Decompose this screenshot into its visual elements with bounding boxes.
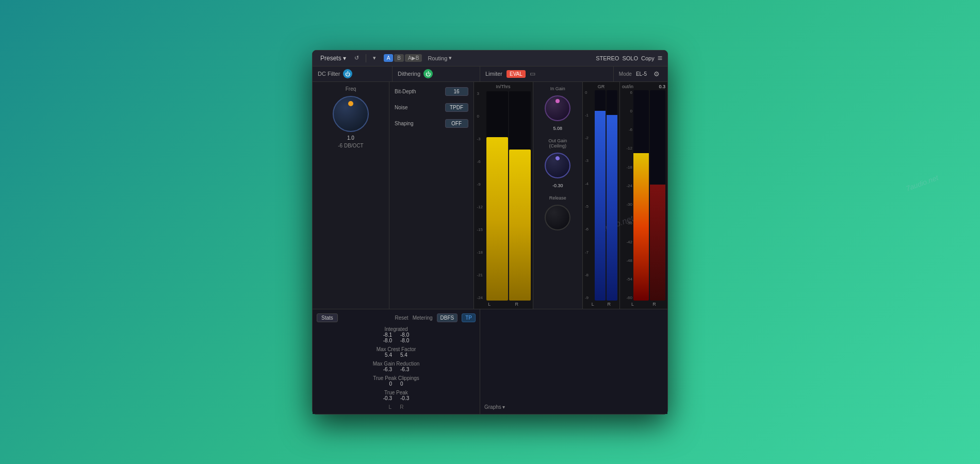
- shaping-label: Shaping: [395, 121, 445, 126]
- main-content: Freq 1.0 -6 DB/OCT Bit-Depth 16 Noise TP…: [313, 82, 667, 309]
- in-gain-knob-dot: [556, 99, 560, 103]
- integrated-row: Integrated -8.1 -8.0 -8.0 -8.0: [317, 326, 476, 343]
- dc-filter-knob-body[interactable]: [333, 96, 369, 132]
- integrated-r: -8.0: [400, 338, 409, 343]
- meter-bar-r: [509, 91, 531, 301]
- true-peak-row: True Peak -0.3 -0.3: [317, 390, 476, 401]
- true-peak-clip-l: 0: [389, 381, 392, 387]
- meter-r-label: R: [515, 302, 519, 307]
- noise-button[interactable]: TPDF: [445, 103, 468, 112]
- gr-r-label: R: [608, 302, 611, 307]
- dc-filter-knob-value: 1.0: [347, 135, 354, 141]
- true-peak-values: -0.3 -0.3: [383, 395, 409, 401]
- integrated-l: -8.0: [383, 338, 392, 343]
- reset-button[interactable]: ↺: [352, 54, 362, 62]
- copy-label[interactable]: Copy: [641, 55, 655, 61]
- meter-header: In/Thrs: [476, 84, 531, 89]
- true-peak-clip-label: True Peak Clippings: [373, 375, 419, 381]
- outin-fill-l: [633, 153, 649, 301]
- outin-footer: L R: [622, 302, 665, 307]
- reset-icon: ▭: [530, 70, 535, 77]
- stereo-label[interactable]: STEREO: [596, 55, 619, 61]
- extra-dropdown-button[interactable]: ▾: [370, 54, 379, 62]
- gr-bar-l: [595, 90, 606, 301]
- bottom-graphs-area: Graphs ▾: [480, 309, 667, 414]
- limiter-label: Limiter: [485, 71, 502, 77]
- meter-fill-l: [486, 137, 508, 301]
- mode-value[interactable]: EL-5: [636, 71, 647, 77]
- meter-l-label: L: [488, 302, 491, 307]
- metering-label: Metering: [413, 315, 433, 321]
- gr-scale: 0 -1 -2 -3 -4 -5 -6 -7 -8 -9: [585, 90, 593, 301]
- out-gain-value: -0.30: [552, 183, 563, 188]
- gr-bars: 0 -1 -2 -3 -4 -5 -6 -7 -8 -9: [585, 90, 617, 301]
- a-button[interactable]: A: [384, 54, 394, 62]
- outin-label: out/in: [622, 84, 633, 89]
- reset-label[interactable]: Reset: [342, 315, 409, 321]
- outin-value: 0.3: [659, 84, 665, 89]
- max-crest-values: 5.4 5.4: [385, 352, 407, 358]
- outin-bars: 6 0 -6 -12 -18 -24 -30 -36 -42 -48 -54 -…: [622, 90, 665, 301]
- dc-filter-power-button[interactable]: ⏻: [343, 69, 352, 78]
- ab-button[interactable]: A▶B: [405, 54, 422, 62]
- integrated-r2: -8.0: [400, 332, 409, 338]
- dithering-header: Dithering ⏻: [393, 67, 480, 81]
- integrated-values: -8.1 -8.0: [383, 332, 409, 338]
- in-gain-knob[interactable]: [545, 95, 570, 121]
- plugin-window: Presets ▾ ↺ ▾ A B A▶B Routing ▾ STEREO S…: [312, 50, 668, 415]
- lr-r-label: R: [400, 404, 403, 410]
- meter-bars-group: [486, 91, 531, 301]
- meter-footer: L R: [476, 302, 531, 307]
- out-gain-label: Out Gain(Ceiling): [548, 138, 567, 148]
- menu-button[interactable]: ≡: [658, 54, 662, 62]
- true-peak-l: -0.3: [383, 395, 392, 401]
- bit-depth-button[interactable]: 16: [445, 87, 468, 96]
- outin-r-label: R: [652, 302, 656, 307]
- limiter-header: Limiter EVAL ▭: [480, 67, 614, 81]
- out-gain-knob-dot: [555, 155, 560, 160]
- out-gain-knob[interactable]: [545, 153, 570, 178]
- in-gain-value: 5.08: [553, 126, 563, 131]
- routing-dropdown-icon: ▾: [449, 55, 452, 61]
- true-peak-clip-values: 0 0: [389, 381, 403, 387]
- solo-label[interactable]: SOLO: [622, 55, 638, 61]
- max-crest-l: 5.4: [385, 352, 392, 358]
- release-label: Release: [549, 195, 566, 201]
- separator-1: [366, 54, 366, 62]
- max-crest-row: Max Crest Factor 5.4 5.4: [317, 346, 476, 358]
- integrated-values2: -8.0 -8.0: [383, 338, 409, 343]
- watermark-2: 7audio.net: [905, 173, 939, 192]
- release-knob[interactable]: [545, 205, 570, 230]
- b-button[interactable]: B: [394, 54, 404, 62]
- dc-filter-knob[interactable]: [333, 96, 369, 132]
- dithering-power-button[interactable]: ⏻: [423, 69, 433, 78]
- gr-l-label: L: [592, 302, 594, 307]
- eval-button[interactable]: EVAL: [507, 70, 526, 78]
- presets-button[interactable]: Presets ▾: [318, 54, 349, 63]
- tp-button[interactable]: TP: [462, 313, 476, 322]
- toolbar: Presets ▾ ↺ ▾ A B A▶B Routing ▾ STEREO S…: [313, 51, 667, 67]
- routing-button[interactable]: Routing ▾: [425, 54, 454, 62]
- dbfs-button[interactable]: DBFS: [437, 313, 458, 322]
- graphs-button[interactable]: Graphs ▾: [482, 402, 507, 412]
- mode-section: Mode EL-5 ⚙: [614, 67, 667, 81]
- dithering-label: Dithering: [398, 71, 420, 77]
- meter-fill-r: [509, 150, 531, 300]
- true-peak-r: -0.3: [400, 395, 409, 401]
- outin-header: out/in 0.3: [622, 84, 665, 89]
- mode-label: Mode: [619, 71, 632, 77]
- mode-settings-button[interactable]: ⚙: [651, 69, 662, 79]
- lr-l-label: L: [389, 404, 392, 410]
- dc-filter-panel: Freq 1.0 -6 DB/OCT: [313, 82, 389, 309]
- shaping-button[interactable]: OFF: [445, 119, 468, 128]
- presets-dropdown-icon: ▾: [343, 55, 346, 62]
- outin-bar-l: [633, 90, 649, 301]
- gr-bar-r: [607, 90, 617, 301]
- stats-tab[interactable]: Stats: [317, 313, 338, 322]
- in-thrs-label: In/Thrs: [496, 84, 511, 89]
- bottom-panel: Stats Reset Metering DBFS TP Integrated …: [313, 309, 667, 414]
- meter-bar-l: [486, 91, 508, 301]
- bit-depth-row: Bit-Depth 16: [395, 87, 468, 96]
- max-gain-values: -6.3 -6.3: [383, 367, 409, 372]
- max-crest-label: Max Crest Factor: [377, 346, 416, 352]
